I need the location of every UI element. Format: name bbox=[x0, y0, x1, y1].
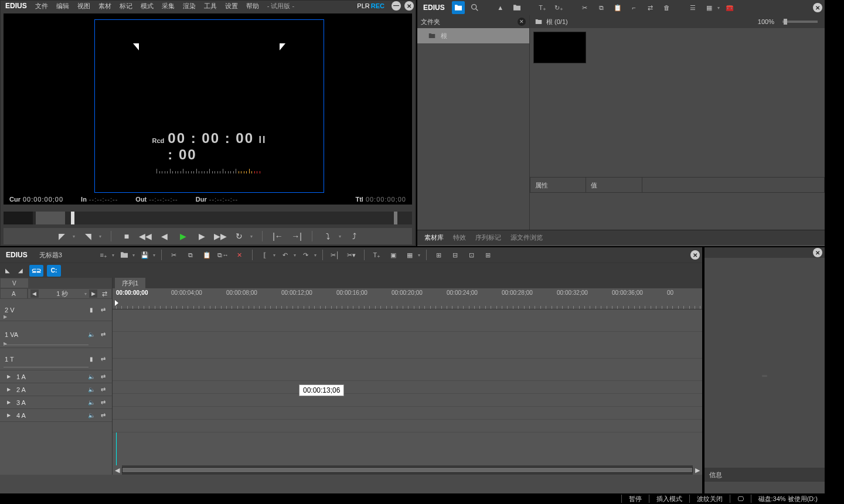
copy-icon[interactable]: ⧉ bbox=[595, 1, 608, 14]
track-lock-icon[interactable]: ▮ bbox=[87, 356, 96, 362]
speaker-icon[interactable]: 🔈 bbox=[87, 373, 96, 380]
track-sync-icon[interactable]: ⇄ bbox=[99, 386, 107, 393]
tl-multicam-icon[interactable]: ⊟ bbox=[449, 248, 462, 261]
menu-render[interactable]: 渲染 bbox=[179, 1, 199, 11]
sequence-tab[interactable]: 序列1 bbox=[115, 278, 145, 289]
tl-layout-icon[interactable]: ▦ bbox=[403, 248, 416, 261]
video-patch-button[interactable]: V bbox=[0, 278, 29, 288]
track-header-2v[interactable]: 2 V▮⇄▶ bbox=[0, 299, 112, 321]
set-out-button[interactable]: ◥ bbox=[82, 230, 94, 242]
menu-file[interactable]: 文件 bbox=[32, 1, 52, 11]
open-project-icon[interactable] bbox=[118, 248, 131, 261]
track-sync-icon[interactable]: ⇄ bbox=[99, 412, 107, 418]
folder-icon[interactable] bbox=[452, 1, 465, 14]
tl-render-icon[interactable]: ⊞ bbox=[433, 248, 445, 261]
expand-icon[interactable]: ▶ bbox=[4, 341, 7, 346]
tl-batch-icon[interactable]: ⊞ bbox=[482, 248, 495, 261]
speaker-icon[interactable]: 🔈 bbox=[87, 386, 96, 393]
expand-icon[interactable]: ▶ bbox=[5, 387, 13, 392]
in-point-flag-icon[interactable] bbox=[115, 300, 118, 306]
clip-thumbnail[interactable] bbox=[533, 32, 586, 63]
menu-help[interactable]: 帮助 bbox=[243, 1, 263, 11]
timeline-h-scrollbar[interactable]: ◀ ▶ bbox=[113, 465, 702, 475]
menu-clip[interactable]: 素材 bbox=[95, 1, 115, 11]
tl-proxy-icon[interactable]: ⊡ bbox=[465, 248, 478, 261]
cur-value[interactable]: 00:00:00;00 bbox=[23, 196, 63, 203]
transfer-icon[interactable]: ⇄ bbox=[100, 290, 109, 298]
track-header-1va[interactable]: 1 VA🔈⇄▶ bbox=[0, 321, 112, 348]
folder-item-root[interactable]: 根 bbox=[417, 28, 529, 43]
list-view-icon[interactable]: ☰ bbox=[686, 1, 699, 14]
new-seq-icon[interactable]: ≡₊ bbox=[97, 248, 110, 261]
scale-prev-button[interactable]: ◀ bbox=[30, 290, 39, 298]
folder-close-icon[interactable]: ✕ bbox=[518, 18, 526, 26]
tab-bin[interactable]: 素材库 bbox=[420, 231, 448, 244]
track-sync-icon[interactable]: ⇄ bbox=[99, 356, 107, 362]
expand-icon[interactable]: ▶ bbox=[5, 374, 13, 379]
stop-button[interactable]: ■ bbox=[121, 230, 132, 242]
track-header-3a[interactable]: ▶3 A🔈⇄ bbox=[0, 396, 112, 409]
new-clip-icon[interactable]: ↻₊ bbox=[553, 1, 566, 14]
prev-edit-button[interactable]: |← bbox=[272, 230, 284, 242]
speaker-icon[interactable]: 🔈 bbox=[87, 399, 96, 406]
properties-icon[interactable]: ⇄ bbox=[644, 1, 657, 14]
tab-source-browser[interactable]: 源文件浏览 bbox=[506, 231, 547, 244]
tl-title-icon[interactable]: T₊ bbox=[370, 248, 383, 261]
tl-razor-icon[interactable]: ✂│ bbox=[329, 248, 342, 261]
out-value[interactable]: --:--:--:-- bbox=[149, 196, 178, 203]
player-mode-label[interactable]: PLR bbox=[357, 2, 369, 9]
up-arrow-icon[interactable]: ▲ bbox=[494, 1, 507, 14]
rewind-button[interactable]: ◀◀ bbox=[139, 230, 151, 242]
scroll-left-icon[interactable]: ◀ bbox=[113, 465, 122, 475]
overwrite-mode-button[interactable]: C: bbox=[47, 265, 61, 277]
menu-edit[interactable]: 编辑 bbox=[53, 1, 73, 11]
fast-forward-button[interactable]: ▶▶ bbox=[215, 230, 226, 242]
timeline-ruler[interactable]: 00:00:00;0000:00:04;0000:00:08;0000:00:1… bbox=[113, 288, 702, 309]
tl-ripple-icon[interactable]: ⟦ bbox=[258, 248, 271, 261]
play-button[interactable]: ▶ bbox=[177, 230, 189, 242]
bin-close-button[interactable] bbox=[813, 3, 822, 12]
menu-view[interactable]: 视图 bbox=[74, 1, 94, 11]
close-button[interactable] bbox=[404, 1, 414, 11]
tl-trim-icon[interactable]: ✂▾ bbox=[345, 248, 358, 261]
track-lock-icon[interactable]: ▮ bbox=[87, 307, 96, 313]
bin-thumbnail-area[interactable] bbox=[530, 28, 825, 75]
position-bar[interactable] bbox=[4, 212, 412, 224]
status-monitor-icon[interactable]: 🖵 bbox=[730, 495, 751, 503]
audio-patch-button[interactable]: A bbox=[0, 288, 28, 299]
cut-icon[interactable]: ✂ bbox=[578, 1, 591, 14]
timeline-track-area[interactable]: 序列1 00:00:00;0000:00:04;0000:00:08;0000:… bbox=[113, 278, 702, 475]
prev-frame-button[interactable]: ◀ bbox=[158, 230, 170, 242]
menu-tools[interactable]: 工具 bbox=[200, 1, 220, 11]
menu-settings[interactable]: 设置 bbox=[222, 1, 241, 11]
open-folder-icon[interactable] bbox=[511, 1, 523, 14]
tl-copy-icon[interactable]: ⧉ bbox=[184, 248, 197, 261]
tl-undo-icon[interactable]: ↶ bbox=[279, 248, 292, 261]
menu-marker[interactable]: 标记 bbox=[116, 1, 136, 11]
overwrite-to-timeline-button[interactable]: ⤴ bbox=[348, 230, 360, 242]
tab-info[interactable]: 信息 bbox=[709, 471, 722, 479]
tl-delete-icon[interactable]: ✕ bbox=[233, 248, 246, 261]
loop-button[interactable]: ↻ bbox=[233, 230, 245, 242]
send-to-monitor-icon[interactable]: ⌐ bbox=[628, 1, 641, 14]
dur-value[interactable]: --:--:--:-- bbox=[209, 196, 238, 203]
tl-cut-icon[interactable]: ✂ bbox=[168, 248, 181, 261]
speaker-icon[interactable]: 🔈 bbox=[87, 331, 96, 338]
tl-redo-icon[interactable]: ↷ bbox=[300, 248, 312, 261]
tl-replace-icon[interactable]: ⧉↔ bbox=[217, 248, 230, 261]
grip-icon[interactable]: ═ bbox=[705, 372, 825, 381]
add-title-icon[interactable]: T₊ bbox=[536, 1, 549, 14]
in-value[interactable]: --:--:--:-- bbox=[89, 196, 118, 203]
ttl-value[interactable]: 00:00:00;00 bbox=[366, 196, 406, 203]
insert-mode-button[interactable]: ⊆⊇ bbox=[29, 265, 43, 277]
timeline-scale-dropdown[interactable]: 1 秒 bbox=[41, 290, 84, 298]
tl-paste-icon[interactable]: 📋 bbox=[200, 248, 213, 261]
track-sync-icon[interactable]: ⇄ bbox=[99, 331, 107, 338]
track-header-1a[interactable]: ▶1 A🔈⇄ bbox=[0, 370, 112, 383]
paste-icon[interactable]: 📋 bbox=[611, 1, 624, 14]
insert-to-timeline-button[interactable]: ⤵ bbox=[322, 230, 333, 242]
next-frame-button[interactable]: ▶ bbox=[196, 230, 207, 242]
info-close-button[interactable] bbox=[813, 248, 822, 257]
expand-icon[interactable]: ▶ bbox=[5, 413, 13, 418]
delete-icon[interactable]: 🗑 bbox=[661, 1, 673, 14]
